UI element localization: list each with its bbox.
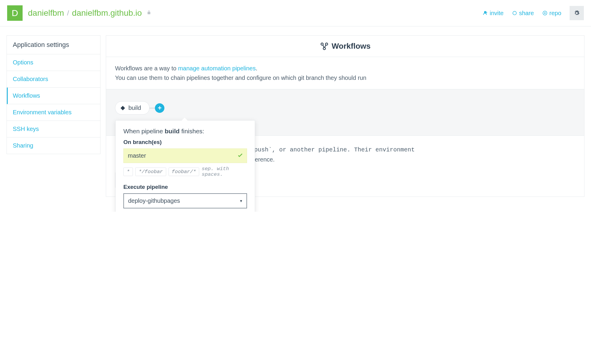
- popover-title: When pipeline build finishes:: [123, 128, 247, 135]
- invite-label: invite: [490, 10, 504, 17]
- branch-hints: * */foobar foobar/* sep. with spaces.: [123, 166, 247, 177]
- repo-label: repo: [549, 10, 561, 17]
- panel-title: Workflows: [332, 42, 371, 51]
- sidebar: Application settings Options Collaborato…: [7, 35, 100, 154]
- connector-line: [150, 108, 155, 108]
- pipeline-name: build: [128, 105, 141, 111]
- invite-link[interactable]: invite: [482, 10, 504, 17]
- check-icon: [237, 152, 243, 160]
- gear-icon: [574, 10, 580, 16]
- repo-link[interactable]: repo: [542, 10, 561, 17]
- svg-point-2: [544, 12, 546, 14]
- lock-icon: [147, 10, 151, 16]
- panel-header: Workflows: [106, 36, 584, 57]
- pipeline-node-build[interactable]: build: [115, 101, 150, 115]
- hint-separator-text: sep. with spaces.: [202, 166, 247, 177]
- share-label: share: [519, 10, 534, 17]
- execute-pipeline-select[interactable]: deploy-githubpages: [123, 193, 247, 208]
- sidebar-item-workflows[interactable]: Workflows: [7, 88, 100, 104]
- diamond-icon: [120, 105, 125, 111]
- sidebar-title: Application settings: [7, 36, 100, 54]
- breadcrumb-repo[interactable]: danielfbm.github.io: [72, 8, 142, 18]
- workflow-icon: [320, 42, 329, 51]
- svg-point-0: [513, 11, 516, 15]
- avatar: D: [7, 5, 23, 21]
- settings-button[interactable]: [570, 6, 584, 20]
- execute-label: Execute pipeline: [123, 184, 247, 190]
- sidebar-item-collaborators[interactable]: Collaborators: [7, 71, 100, 88]
- share-link[interactable]: share: [512, 10, 534, 17]
- add-pipeline-step-button[interactable]: +: [155, 103, 164, 113]
- user-plus-icon: [482, 10, 488, 16]
- add-step-popover: When pipeline build finishes: On branch(…: [115, 120, 255, 212]
- sidebar-item-sharing[interactable]: Sharing: [7, 137, 100, 154]
- hint-chip: *: [123, 167, 133, 176]
- panel-description: Workflows are a way to manage automation…: [106, 57, 584, 89]
- sidebar-item-options[interactable]: Options: [7, 54, 100, 71]
- breadcrumb-owner[interactable]: danielfbm: [28, 8, 64, 18]
- hint-chip: */foobar: [135, 167, 166, 176]
- svg-point-5: [323, 47, 326, 50]
- sidebar-item-ssh-keys[interactable]: SSH keys: [7, 121, 100, 137]
- sidebar-item-environment-variables[interactable]: Environment variables: [7, 104, 100, 121]
- breadcrumb: danielfbm / danielfbm.github.io: [28, 8, 151, 18]
- branch-input[interactable]: [123, 148, 247, 163]
- breadcrumb-separator: /: [67, 9, 69, 17]
- target-icon: [542, 10, 548, 16]
- branch-label: On branch(es): [123, 139, 247, 145]
- hint-chip: foobar/*: [169, 167, 199, 176]
- circle-icon: [512, 10, 517, 16]
- main-content: Workflows Workflows are a way to manage …: [106, 35, 584, 203]
- plus-icon: +: [158, 104, 162, 112]
- manage-pipelines-link[interactable]: manage automation pipelines: [178, 65, 256, 72]
